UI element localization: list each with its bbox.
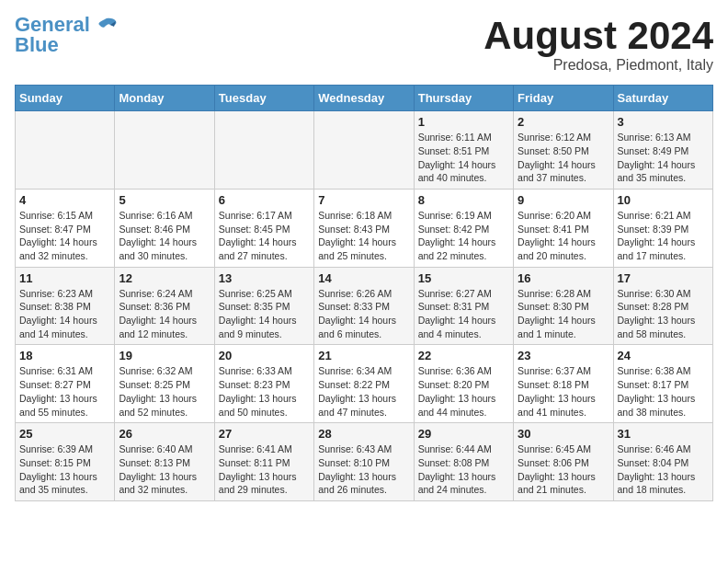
day-info: Sunrise: 6:43 AM Sunset: 8:10 PM Dayligh… [318,442,409,497]
calendar-cell: 23Sunrise: 6:37 AM Sunset: 8:18 PM Dayli… [514,345,613,423]
day-number: 1 [418,115,509,129]
calendar-cell: 19Sunrise: 6:32 AM Sunset: 8:25 PM Dayli… [115,345,214,423]
calendar-cell: 4Sunrise: 6:15 AM Sunset: 8:47 PM Daylig… [16,189,115,267]
calendar-cell [314,111,414,190]
calendar-week-3: 11Sunrise: 6:23 AM Sunset: 8:38 PM Dayli… [16,267,713,345]
day-number: 18 [19,349,110,362]
calendar-cell: 24Sunrise: 6:38 AM Sunset: 8:17 PM Dayli… [613,345,712,423]
day-number: 17 [618,271,709,285]
calendar-cell: 12Sunrise: 6:24 AM Sunset: 8:36 PM Dayli… [115,267,214,345]
day-info: Sunrise: 6:34 AM Sunset: 8:22 PM Dayligh… [318,364,409,419]
day-number: 4 [19,193,110,207]
calendar-cell: 28Sunrise: 6:43 AM Sunset: 8:10 PM Dayli… [314,423,414,501]
location: Predosa, Piedmont, Italy [483,57,713,74]
day-number: 28 [318,427,409,441]
day-header-monday: Monday [115,86,214,111]
day-number: 22 [418,349,509,362]
day-info: Sunrise: 6:46 AM Sunset: 8:04 PM Dayligh… [618,442,709,497]
day-info: Sunrise: 6:15 AM Sunset: 8:47 PM Dayligh… [19,209,110,263]
day-info: Sunrise: 6:23 AM Sunset: 8:38 PM Dayligh… [19,287,110,341]
day-header-friday: Friday [514,86,613,111]
calendar-cell: 22Sunrise: 6:36 AM Sunset: 8:20 PM Dayli… [414,345,513,423]
day-info: Sunrise: 6:24 AM Sunset: 8:36 PM Dayligh… [119,287,210,341]
day-number: 31 [618,427,709,441]
day-info: Sunrise: 6:20 AM Sunset: 8:41 PM Dayligh… [518,209,609,263]
day-number: 25 [19,427,110,441]
calendar-cell: 6Sunrise: 6:17 AM Sunset: 8:45 PM Daylig… [214,189,313,267]
calendar-cell: 2Sunrise: 6:12 AM Sunset: 8:50 PM Daylig… [514,111,613,190]
day-header-saturday: Saturday [613,86,712,111]
day-number: 23 [518,349,609,362]
day-number: 20 [219,349,310,362]
calendar-cell: 25Sunrise: 6:39 AM Sunset: 8:15 PM Dayli… [16,423,115,501]
day-number: 6 [219,193,310,207]
calendar-cell [214,111,313,190]
day-number: 27 [219,427,310,441]
calendar-week-1: 1Sunrise: 6:11 AM Sunset: 8:51 PM Daylig… [16,111,713,190]
day-header-wednesday: Wednesday [314,86,414,111]
day-number: 10 [618,193,709,207]
calendar-cell: 21Sunrise: 6:34 AM Sunset: 8:22 PM Dayli… [314,345,414,423]
calendar-cell: 30Sunrise: 6:45 AM Sunset: 8:06 PM Dayli… [514,423,613,501]
day-info: Sunrise: 6:44 AM Sunset: 8:08 PM Dayligh… [418,442,509,497]
calendar-cell: 13Sunrise: 6:25 AM Sunset: 8:35 PM Dayli… [214,267,313,345]
day-header-tuesday: Tuesday [214,86,313,111]
day-number: 9 [518,193,609,207]
calendar-cell: 14Sunrise: 6:26 AM Sunset: 8:33 PM Dayli… [314,267,414,345]
day-info: Sunrise: 6:17 AM Sunset: 8:45 PM Dayligh… [219,209,310,263]
day-number: 19 [119,349,210,362]
title-area: August 2024 Predosa, Piedmont, Italy [483,15,713,74]
day-info: Sunrise: 6:33 AM Sunset: 8:23 PM Dayligh… [219,364,310,419]
calendar-cell: 15Sunrise: 6:27 AM Sunset: 8:31 PM Dayli… [414,267,513,345]
calendar-cell: 8Sunrise: 6:19 AM Sunset: 8:42 PM Daylig… [414,189,513,267]
calendar-cell: 3Sunrise: 6:13 AM Sunset: 8:49 PM Daylig… [613,111,712,190]
page-header: General Blue August 2024 Predosa, Piedmo… [15,15,713,74]
calendar-cell: 1Sunrise: 6:11 AM Sunset: 8:51 PM Daylig… [414,111,513,190]
calendar-cell [16,111,115,190]
logo-blue-text: Blue [15,33,59,56]
day-number: 13 [219,271,310,285]
calendar-cell: 20Sunrise: 6:33 AM Sunset: 8:23 PM Dayli… [214,345,313,423]
day-info: Sunrise: 6:37 AM Sunset: 8:18 PM Dayligh… [518,364,609,419]
day-info: Sunrise: 6:13 AM Sunset: 8:49 PM Dayligh… [618,131,709,185]
day-number: 16 [518,271,609,285]
day-number: 15 [418,271,509,285]
calendar-cell: 27Sunrise: 6:41 AM Sunset: 8:11 PM Dayli… [214,423,313,501]
day-info: Sunrise: 6:39 AM Sunset: 8:15 PM Dayligh… [19,442,110,497]
calendar-cell: 5Sunrise: 6:16 AM Sunset: 8:46 PM Daylig… [115,189,214,267]
day-info: Sunrise: 6:25 AM Sunset: 8:35 PM Dayligh… [219,287,310,341]
calendar-week-2: 4Sunrise: 6:15 AM Sunset: 8:47 PM Daylig… [16,189,713,267]
month-title: August 2024 [483,15,713,57]
calendar-table: SundayMondayTuesdayWednesdayThursdayFrid… [15,85,713,501]
calendar-cell: 31Sunrise: 6:46 AM Sunset: 8:04 PM Dayli… [613,423,712,501]
day-info: Sunrise: 6:30 AM Sunset: 8:28 PM Dayligh… [618,287,709,341]
calendar-cell [115,111,214,190]
day-info: Sunrise: 6:32 AM Sunset: 8:25 PM Dayligh… [119,364,210,419]
day-info: Sunrise: 6:12 AM Sunset: 8:50 PM Dayligh… [518,131,609,185]
calendar-cell: 18Sunrise: 6:31 AM Sunset: 8:27 PM Dayli… [16,345,115,423]
day-info: Sunrise: 6:38 AM Sunset: 8:17 PM Dayligh… [618,364,709,419]
day-info: Sunrise: 6:45 AM Sunset: 8:06 PM Dayligh… [518,442,609,497]
day-number: 24 [618,349,709,362]
day-info: Sunrise: 6:21 AM Sunset: 8:39 PM Dayligh… [618,209,709,263]
day-number: 21 [318,349,409,362]
day-number: 12 [119,271,210,285]
calendar-week-5: 25Sunrise: 6:39 AM Sunset: 8:15 PM Dayli… [16,423,713,501]
day-number: 7 [318,193,409,207]
day-number: 29 [418,427,509,441]
day-info: Sunrise: 6:28 AM Sunset: 8:30 PM Dayligh… [518,287,609,341]
day-info: Sunrise: 6:26 AM Sunset: 8:33 PM Dayligh… [318,287,409,341]
calendar-cell: 17Sunrise: 6:30 AM Sunset: 8:28 PM Dayli… [613,267,712,345]
day-number: 11 [19,271,110,285]
calendar-cell: 7Sunrise: 6:18 AM Sunset: 8:43 PM Daylig… [314,189,414,267]
day-number: 3 [618,115,709,129]
calendar-cell: 11Sunrise: 6:23 AM Sunset: 8:38 PM Dayli… [16,267,115,345]
day-number: 8 [418,193,509,207]
calendar-cell: 26Sunrise: 6:40 AM Sunset: 8:13 PM Dayli… [115,423,214,501]
calendar-cell: 9Sunrise: 6:20 AM Sunset: 8:41 PM Daylig… [514,189,613,267]
day-info: Sunrise: 6:40 AM Sunset: 8:13 PM Dayligh… [119,442,210,497]
day-info: Sunrise: 6:41 AM Sunset: 8:11 PM Dayligh… [219,442,310,497]
day-info: Sunrise: 6:36 AM Sunset: 8:20 PM Dayligh… [418,364,509,419]
calendar-cell: 29Sunrise: 6:44 AM Sunset: 8:08 PM Dayli… [414,423,513,501]
day-info: Sunrise: 6:31 AM Sunset: 8:27 PM Dayligh… [19,364,110,419]
